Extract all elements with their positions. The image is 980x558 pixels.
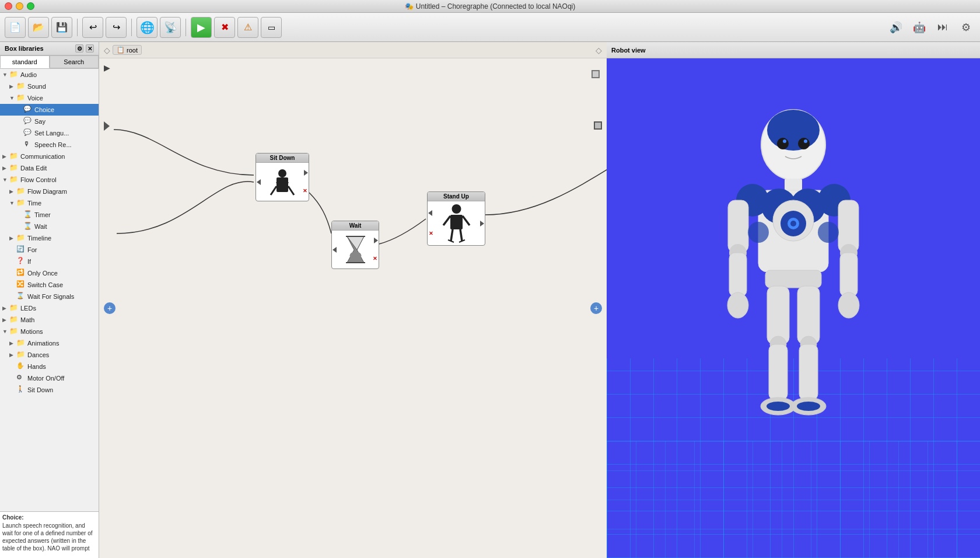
breadcrumb-start-diamond: ◇ <box>104 46 110 55</box>
folder-icon-leds: 📁 <box>9 304 19 313</box>
node-sit-down-title: Sit Down <box>256 154 309 163</box>
end-port-box <box>592 70 600 78</box>
maximize-button[interactable] <box>27 2 34 10</box>
node-stand-up[interactable]: Stand Up ✕ <box>427 191 485 246</box>
node-stand-up-title: Stand Up <box>428 192 485 201</box>
sidebar-item-say[interactable]: 💬 Say <box>0 116 99 127</box>
sidebar-settings-btn[interactable]: ⚙ <box>75 44 83 53</box>
port-out-stand-up-1 <box>480 221 484 226</box>
sidebar-item-setlang[interactable]: 💬 Set Langu... <box>0 127 99 139</box>
sidebar-item-wait[interactable]: ⌛ Wait <box>0 221 99 232</box>
tab-search[interactable]: Search <box>50 55 99 68</box>
label-speechre: Speech Re... <box>34 141 72 148</box>
label-timer: Timer <box>34 211 51 218</box>
folder-icon-timeline: 📁 <box>16 233 26 243</box>
connect-button[interactable]: 🌐 <box>136 17 158 38</box>
sidebar-item-dataedit[interactable]: ▶ 📁 Data Edit <box>0 162 99 174</box>
sidebar-item-flowdiagram[interactable]: ▶ 📁 Flow Diagram <box>0 186 99 197</box>
svg-line-13 <box>443 216 450 225</box>
node-stand-up-body: ✕ <box>428 201 485 245</box>
tab-standard[interactable]: standard <box>0 55 50 68</box>
sidebar-item-motoronoff[interactable]: ⚙ Motor On/Off <box>0 372 99 384</box>
sidebar-item-timeline[interactable]: ▶ 📁 Timeline <box>0 232 99 244</box>
canvas-play-btn[interactable]: ▶ <box>104 63 110 72</box>
robot-avatar-button[interactable]: 🤖 <box>910 18 929 37</box>
label-leds: LEDs <box>20 305 36 312</box>
sidebar-item-hands[interactable]: ✋ Hands <box>0 361 99 372</box>
folder-icon-audio: 📁 <box>9 70 19 79</box>
nao-robot-svg <box>671 98 916 518</box>
label-time: Time <box>27 200 41 207</box>
save-button[interactable]: 💾 <box>51 17 72 38</box>
sidebar-item-sound[interactable]: ▶ 📁 Sound <box>0 81 99 92</box>
svg-line-3 <box>288 186 294 195</box>
sidebar-item-flowcontrol[interactable]: ▼ 📁 Flow Control <box>0 174 99 186</box>
folder-icon-math: 📁 <box>9 315 19 325</box>
title-bar: 🎭 Untitled – Choregraphe (Connected to l… <box>0 0 980 13</box>
settings-button[interactable]: ⚙ <box>957 18 975 37</box>
canvas-workspace[interactable]: ▶ + + S <box>99 58 607 558</box>
volume-button[interactable]: 🔊 <box>887 18 905 37</box>
canvas-add-btn-right[interactable]: + <box>590 302 602 314</box>
sidebar-item-sitdown[interactable]: 🚶 Sit Down <box>0 384 99 396</box>
sidebar-item-speechre[interactable]: 🎙 Speech Re... <box>0 139 99 151</box>
arrow-audio: ▼ <box>2 72 9 78</box>
sidebar-item-timer[interactable]: ⌛ Timer <box>0 209 99 221</box>
sidebar-item-choice[interactable]: 💬 Choice <box>0 104 99 116</box>
more-button[interactable]: ▭ <box>261 17 282 38</box>
forward-button[interactable]: ⏭ <box>933 18 952 37</box>
open-button[interactable]: 📂 <box>28 17 49 38</box>
arrow-voice: ▼ <box>9 95 16 101</box>
robot-view-header: Robot view <box>607 42 980 58</box>
sidebar-close-btn[interactable]: ✕ <box>86 44 94 53</box>
arrow-dataedit: ▶ <box>2 165 9 171</box>
breadcrumb-root-node[interactable]: 📋 root <box>113 45 142 55</box>
sidebar-item-math[interactable]: ▶ 📁 Math <box>0 314 99 326</box>
status-description: Launch speech recognition, and wait for … <box>2 522 96 552</box>
canvas-breadcrumb: ◇ 📋 root ◇ <box>99 42 607 58</box>
svg-point-20 <box>767 110 820 151</box>
folder-icon-flowdiagram: 📁 <box>16 187 26 196</box>
svg-rect-44 <box>767 286 789 344</box>
node-wait[interactable]: Wait ✕ <box>331 221 379 269</box>
sidebar-item-if[interactable]: ❓ If <box>0 256 99 267</box>
undo-button[interactable]: ↩ <box>82 17 103 38</box>
icon-say: 💬 <box>23 117 33 126</box>
sidebar-item-animations[interactable]: ▶ 📁 Animations <box>0 337 99 349</box>
icon-for: 🔄 <box>16 245 26 254</box>
window-controls[interactable] <box>5 2 34 10</box>
status-title: Choice: <box>2 514 96 521</box>
label-audio: Audio <box>20 71 37 78</box>
play-button[interactable]: ▶ <box>191 17 212 38</box>
sidebar-item-time[interactable]: ▼ 📁 Time <box>0 197 99 209</box>
close-button[interactable] <box>5 2 12 10</box>
svg-point-53 <box>797 402 820 411</box>
arrow-flowcontrol: ▼ <box>2 177 9 183</box>
sidebar-item-audio[interactable]: ▼ 📁 Audio <box>0 69 99 81</box>
sidebar-item-onlyonce[interactable]: 🔁 Only Once <box>0 267 99 279</box>
node-sit-down[interactable]: Sit Down ✕ <box>256 153 309 201</box>
label-sound: Sound <box>27 83 46 90</box>
stop-button[interactable]: ✖ <box>214 17 235 38</box>
redo-button[interactable]: ↪ <box>106 17 127 38</box>
new-button[interactable]: 📄 <box>5 17 26 38</box>
icon-setlang: 💬 <box>23 128 33 138</box>
sidebar-item-waitforsignals[interactable]: ⌛ Wait For Signals <box>0 291 99 302</box>
disconnect-button[interactable]: 📡 <box>160 17 181 38</box>
canvas-add-btn[interactable]: + <box>104 302 116 314</box>
label-motions: Motions <box>20 328 43 335</box>
sidebar-item-motions[interactable]: ▼ 📁 Motions <box>0 326 99 337</box>
sidebar-item-for[interactable]: 🔄 For <box>0 244 99 256</box>
svg-point-24 <box>804 140 807 143</box>
sidebar-item-voice[interactable]: ▼ 📁 Voice <box>0 92 99 104</box>
minimize-button[interactable] <box>16 2 23 10</box>
warning-button[interactable]: ⚠ <box>237 17 258 38</box>
sidebar-item-communication[interactable]: ▶ 📁 Communication <box>0 151 99 162</box>
port-in-wait <box>332 247 337 253</box>
sidebar-item-dances[interactable]: ▶ 📁 Dances <box>0 349 99 361</box>
folder-icon-flowcontrol: 📁 <box>9 175 19 184</box>
sidebar-item-switchcase[interactable]: 🔀 Switch Case <box>0 279 99 291</box>
sidebar-item-leds[interactable]: ▶ 📁 LEDs <box>0 302 99 314</box>
folder-icon-dataedit: 📁 <box>9 163 19 173</box>
svg-line-2 <box>271 186 276 195</box>
